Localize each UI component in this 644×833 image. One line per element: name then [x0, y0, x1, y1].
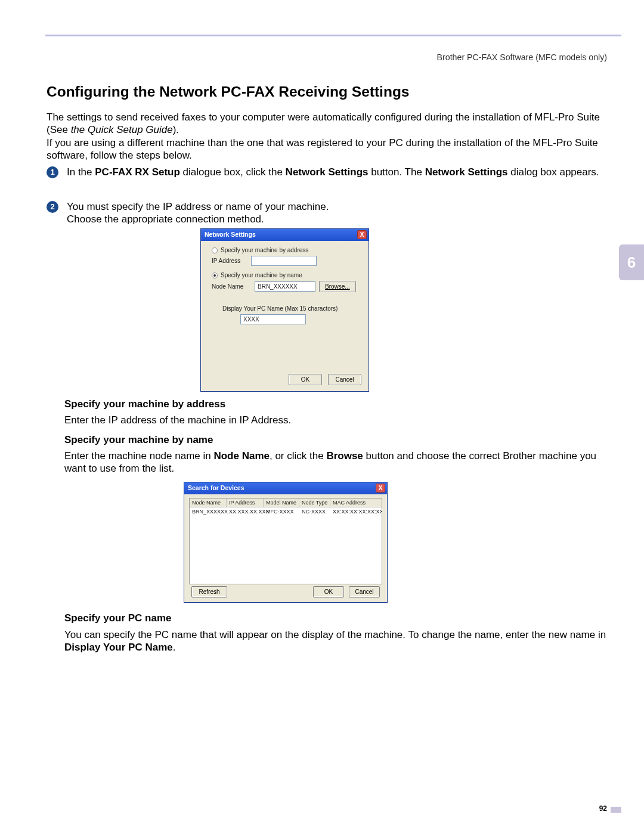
- radio-by-name[interactable]: Specify your machine by name: [212, 272, 361, 278]
- section-pcname-body: You can specify the PC name that will ap…: [64, 628, 607, 654]
- chapter-tab: 6: [619, 244, 644, 280]
- display-pc-name-input[interactable]: [240, 314, 306, 324]
- node-name-label: Node Name: [212, 283, 251, 290]
- col-node-type[interactable]: Node Type: [299, 498, 330, 507]
- intro-line1c: ).: [173, 124, 179, 135]
- section-name-body: Enter the machine node name in Node Name…: [64, 450, 607, 475]
- cancel-button[interactable]: Cancel: [349, 586, 380, 597]
- step-2-b: Choose the appropriate connection method…: [67, 213, 264, 225]
- radio-by-address[interactable]: Specify your machine by address: [212, 247, 361, 253]
- cancel-button[interactable]: Cancel: [328, 374, 361, 385]
- browse-button[interactable]: Browse...: [319, 281, 356, 292]
- cell-model-name: MFC-XXXX: [264, 507, 299, 516]
- step-2-a: You must specify the IP address or name …: [67, 201, 329, 212]
- dialog-titlebar: Network Settings X: [201, 229, 369, 241]
- page-flag: [611, 807, 621, 813]
- step-1-g: dialog box appears.: [507, 166, 599, 178]
- step-1-e: button. The: [368, 166, 425, 178]
- table-row[interactable]: BRN_XXXXXX XX.XXX.XX.XXX MFC-XXXX NC-XXX…: [190, 507, 382, 516]
- step-1: 1 In the PC-FAX RX Setup dialogue box, c…: [47, 166, 607, 178]
- radio-by-name-label: Specify your machine by name: [221, 272, 302, 278]
- cell-node-type: NC-XXXX: [299, 507, 330, 516]
- section-address-body: Enter the IP address of the machine in I…: [64, 414, 607, 426]
- section-pcname-b: Display Your PC Name: [64, 642, 173, 653]
- dialog-title: Network Settings: [205, 231, 256, 238]
- step-1-f: Network Settings: [425, 166, 508, 178]
- page-title: Configuring the Network PC-FAX Receiving…: [47, 83, 409, 100]
- network-settings-dialog: Network Settings X Specify your machine …: [200, 228, 369, 392]
- section-name-c: , or click the: [270, 450, 326, 462]
- intro-line2: If you are using a different machine tha…: [47, 137, 598, 161]
- section-name-d: Browse: [326, 450, 363, 462]
- header-context: Brother PC-FAX Software (MFC models only…: [437, 52, 607, 62]
- step-1-a: In the: [67, 166, 95, 178]
- section-pcname-heading: Specify your PC name: [64, 612, 607, 624]
- step-1-b: PC-FAX RX Setup: [95, 166, 180, 178]
- devices-grid[interactable]: Node Name IP Address Model Name Node Typ…: [189, 498, 382, 584]
- cell-mac-address: XX:XX:XX:XX:XX:XX: [330, 507, 382, 516]
- ip-address-input[interactable]: [251, 256, 317, 266]
- step-1-c: dialogue box, click the: [180, 166, 286, 178]
- display-pc-name-label: Display Your PC Name (Max 15 charactors): [222, 305, 361, 312]
- section-name-b: Node Name: [213, 450, 270, 462]
- section-name-heading: Specify your machine by name: [64, 434, 607, 446]
- node-name-input[interactable]: [255, 281, 315, 292]
- step-1-bullet: 1: [47, 166, 58, 178]
- dialog2-title: Search for Devices: [188, 484, 244, 491]
- section-pcname-c: .: [173, 642, 176, 653]
- dialog2-titlebar: Search for Devices X: [184, 482, 387, 494]
- page-number: 92: [599, 804, 607, 813]
- intro-paragraph: The settings to send received faxes to y…: [47, 111, 607, 162]
- search-devices-dialog: Search for Devices X Node Name IP Addres…: [184, 482, 388, 603]
- cell-node-name: BRN_XXXXXX: [190, 507, 227, 516]
- ok-button[interactable]: OK: [313, 586, 344, 597]
- col-model-name[interactable]: Model Name: [264, 498, 299, 507]
- step-1-d: Network Settings: [286, 166, 369, 178]
- step-2-bullet: 2: [47, 201, 58, 213]
- step-2: 2 You must specify the IP address or nam…: [47, 200, 607, 226]
- section-address-heading: Specify your machine by address: [64, 398, 607, 410]
- radio-by-address-label: Specify your machine by address: [221, 247, 308, 253]
- cell-ip-address: XX.XXX.XX.XXX: [227, 507, 264, 516]
- radio-checked-icon: [212, 272, 218, 278]
- top-rule: [45, 35, 621, 36]
- grid-header: Node Name IP Address Model Name Node Typ…: [190, 498, 382, 507]
- col-ip-address[interactable]: IP Address: [227, 498, 264, 507]
- col-node-name[interactable]: Node Name: [190, 498, 227, 507]
- section-name-a: Enter the machine node name in: [64, 450, 213, 462]
- close-icon[interactable]: X: [376, 484, 385, 493]
- col-mac-address[interactable]: MAC Address: [330, 498, 382, 507]
- ok-button[interactable]: OK: [289, 374, 322, 385]
- close-icon[interactable]: X: [357, 230, 367, 239]
- radio-unchecked-icon: [212, 247, 218, 253]
- intro-line1b: the Quick Setup Guide: [71, 124, 173, 135]
- refresh-button[interactable]: Refresh: [191, 586, 227, 597]
- ip-address-label: IP Address: [212, 258, 251, 264]
- section-pcname-a: You can specify the PC name that will ap…: [64, 629, 606, 640]
